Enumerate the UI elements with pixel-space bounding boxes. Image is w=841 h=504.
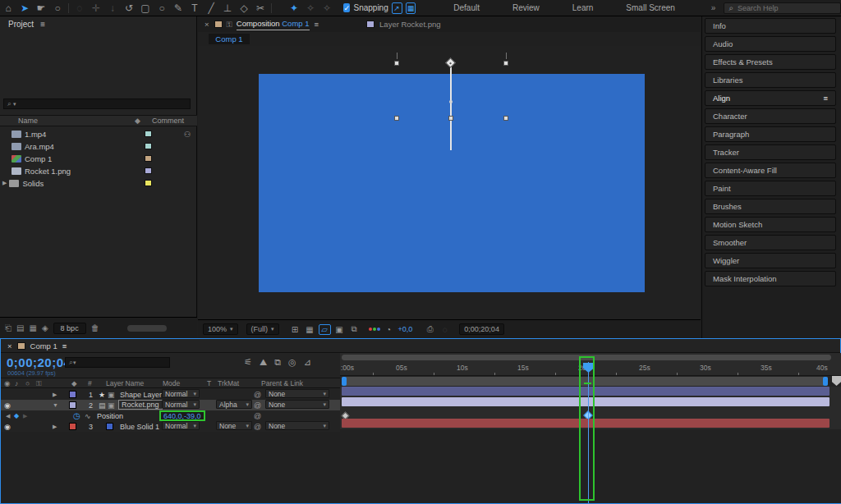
- column-parent-link[interactable]: Parent & Link: [261, 378, 303, 388]
- hand-tool-icon[interactable]: ☛: [33, 1, 49, 16]
- layer-row-blue-solid-1[interactable]: ◉ ▶ 3 Blue Solid 1 Normal▾ None▾ @ None▾: [1, 421, 340, 432]
- eraser-tool-icon[interactable]: ◇: [236, 1, 252, 16]
- previous-keyframe-icon[interactable]: ◀: [6, 410, 10, 421]
- bit-depth-button[interactable]: 8 bpc: [53, 323, 86, 334]
- shape-tool-icon[interactable]: ○: [154, 1, 170, 16]
- zoom-tool-icon[interactable]: ○: [49, 1, 66, 16]
- close-tab-icon[interactable]: ×: [205, 20, 209, 29]
- project-item-row[interactable]: Rocket 1.png: [0, 165, 197, 176]
- panel-brushes[interactable]: Brushes: [705, 199, 836, 214]
- project-search-field[interactable]: ⌕▾: [3, 99, 191, 109]
- panel-audio[interactable]: Audio: [705, 36, 836, 52]
- new-composition-icon[interactable]: ▦: [29, 323, 36, 332]
- position-value-highlighted[interactable]: 640,0,-39,0: [159, 410, 205, 421]
- composition-viewer[interactable]: [198, 46, 701, 319]
- panel-tracker[interactable]: Tracker: [705, 144, 836, 160]
- layer-name-editing[interactable]: Rocket.png: [118, 400, 163, 410]
- expander-icon[interactable]: ▶: [53, 421, 57, 432]
- current-time-display[interactable]: 0;00;20;04: [459, 323, 504, 335]
- roto-brush-tool-icon[interactable]: ✂: [252, 1, 269, 16]
- project-settings-icon[interactable]: ◈: [42, 323, 48, 332]
- trkmat-dropdown[interactable]: Alpha▾: [216, 400, 252, 409]
- workspace-overflow-button[interactable]: »: [711, 3, 715, 12]
- comp-viewer-subtab[interactable]: Comp 1: [209, 34, 250, 44]
- exposure-icon[interactable]: ◔: [383, 324, 395, 335]
- column-comment[interactable]: Comment: [152, 117, 184, 125]
- draft-3d-icon[interactable]: ⛰: [260, 357, 267, 368]
- parent-pickwhip-icon[interactable]: @: [254, 400, 261, 410]
- project-item-row[interactable]: Comp 1: [0, 153, 197, 164]
- blend-mode-dropdown[interactable]: Normal▾: [162, 389, 200, 398]
- dolly-camera-tool-icon[interactable]: ↓: [104, 1, 121, 16]
- clone-stamp-tool-icon[interactable]: ⊥: [219, 1, 236, 16]
- puppet-overlap-pin-tool-icon[interactable]: ✧: [319, 1, 335, 16]
- property-graph-icon[interactable]: ∿: [85, 410, 91, 421]
- panel-paint[interactable]: Paint: [705, 181, 836, 196]
- motion-blur-icon[interactable]: ◎: [288, 357, 296, 368]
- workspace-learn[interactable]: Learn: [556, 3, 610, 12]
- position-keyframe-marker[interactable]: [445, 57, 456, 68]
- workspace-small-screen[interactable]: Small Screen: [609, 3, 691, 12]
- region-of-interest-icon[interactable]: ▣: [333, 324, 346, 335]
- resolution-dropdown[interactable]: (Full)▾: [246, 323, 279, 335]
- panel-motion-sketch[interactable]: Motion Sketch: [705, 217, 836, 232]
- label-color-swatch[interactable]: [145, 167, 152, 174]
- panel-align[interactable]: Align ≡: [705, 90, 836, 106]
- work-area-start-handle[interactable]: [342, 377, 347, 386]
- label-column-icon[interactable]: ◆: [135, 117, 140, 125]
- project-item-row[interactable]: ▶ Solids: [0, 177, 197, 189]
- panel-wiggler[interactable]: Wiggler: [705, 253, 836, 268]
- snapshot-region-icon[interactable]: ⧉: [348, 324, 361, 335]
- comp-marker-bin-icon[interactable]: [832, 376, 841, 386]
- next-keyframe-icon[interactable]: ▶: [23, 410, 27, 421]
- parent-pickwhip-icon[interactable]: @: [254, 421, 261, 432]
- camera-frame-tool-icon[interactable]: ▢: [137, 1, 154, 16]
- type-tool-icon[interactable]: T: [186, 1, 203, 16]
- panel-mask-interpolation[interactable]: Mask Interpolation: [705, 271, 836, 286]
- interpret-footage-icon[interactable]: ⎗: [5, 323, 11, 333]
- composition-flowchart-icon[interactable]: ⚟: [244, 357, 252, 368]
- frame-blending-icon[interactable]: ⧉: [274, 357, 281, 368]
- layer-handle[interactable]: [394, 61, 399, 66]
- project-item-row[interactable]: 1.mp4 ⚇: [0, 128, 197, 140]
- timeline-search-field[interactable]: ⌕▾: [65, 357, 170, 368]
- delete-item-icon[interactable]: 🗑: [91, 323, 99, 332]
- blend-mode-dropdown[interactable]: Normal▾: [162, 400, 200, 409]
- pen-tool-icon[interactable]: ✎: [170, 1, 186, 16]
- panel-paragraph[interactable]: Paragraph: [705, 126, 836, 142]
- puppet-pin-tool-icon[interactable]: ✦: [286, 1, 302, 16]
- panel-smoother[interactable]: Smoother: [705, 235, 836, 250]
- new-folder-icon[interactable]: ▤: [16, 323, 24, 332]
- close-tab-icon[interactable]: ×: [7, 341, 12, 351]
- layer-handle[interactable]: [394, 116, 399, 121]
- exposure-value[interactable]: +0,0: [398, 325, 413, 333]
- help-search-box[interactable]: ⌕: [724, 2, 841, 14]
- tab-composition[interactable]: Composition Comp 1: [237, 19, 310, 30]
- magnification-dropdown[interactable]: 100%▾: [203, 323, 238, 335]
- layer-label-swatch[interactable]: [69, 423, 76, 430]
- current-timecode[interactable]: 0;00;20;04: [7, 355, 71, 369]
- solid-color-swatch[interactable]: [106, 423, 113, 430]
- layer-label-swatch[interactable]: [69, 391, 76, 398]
- transparency-grid-icon[interactable]: ▦: [304, 324, 316, 335]
- workspace-default[interactable]: Default: [437, 3, 496, 12]
- eye-icon[interactable]: ◉: [4, 421, 11, 432]
- folder-expander-icon[interactable]: ▶: [2, 180, 7, 186]
- layer-handle[interactable]: [503, 116, 508, 121]
- snapping-checkbox[interactable]: ✓: [343, 3, 350, 12]
- horizontal-scrollbar[interactable]: [127, 325, 167, 332]
- panel-menu-icon[interactable]: ≡: [62, 341, 67, 351]
- label-color-swatch[interactable]: [145, 131, 152, 137]
- layer-name[interactable]: Blue Solid 1: [120, 421, 159, 432]
- workspace-review[interactable]: Review: [496, 3, 556, 12]
- snap-grid-icon[interactable]: ▦: [406, 2, 416, 14]
- snap-feature-icon[interactable]: ↗: [392, 2, 402, 14]
- stopwatch-icon[interactable]: ◷: [73, 410, 80, 421]
- position-property-row[interactable]: ◀ ◆ ▶ ◷ ∿ Position 640,0,-39,0 @: [1, 410, 340, 421]
- channel-color-icon[interactable]: [369, 328, 380, 331]
- column-mode[interactable]: Mode: [163, 378, 180, 388]
- project-tab[interactable]: Project ≡: [0, 16, 196, 31]
- eye-icon[interactable]: ◉: [4, 400, 11, 410]
- column-trkmat[interactable]: TrkMat: [218, 378, 239, 388]
- help-search-input[interactable]: [738, 4, 836, 12]
